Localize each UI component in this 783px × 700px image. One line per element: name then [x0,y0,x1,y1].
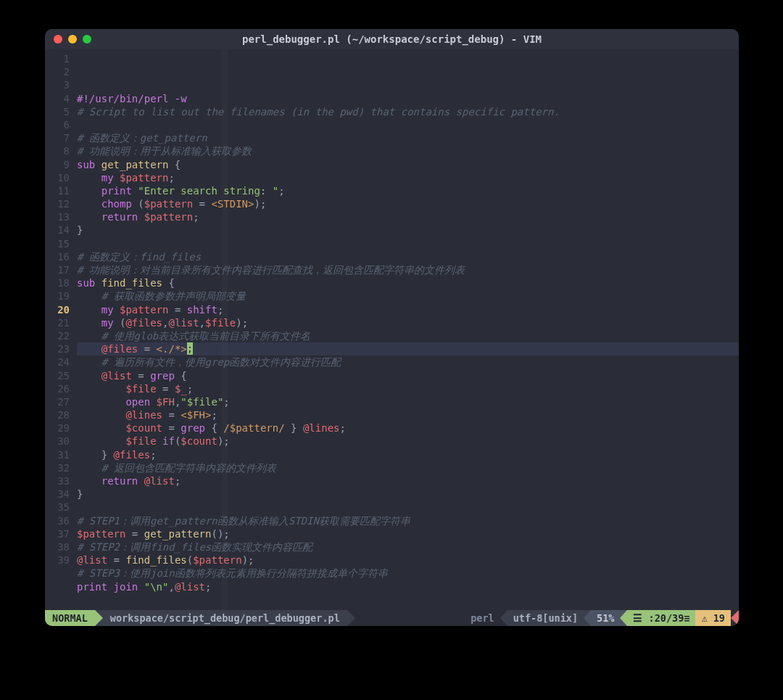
code-line[interactable]: $file if($count); [77,435,739,448]
code-line[interactable]: # 获取函数参数并声明局部变量 [77,289,739,302]
code-line[interactable]: $pattern = get_pattern(); [77,527,739,540]
line-number: 10 [45,171,70,184]
line-number: 12 [45,197,70,210]
separator-icon [584,610,591,626]
statusline: NORMAL workspace/script_debug/perl_debug… [45,610,739,626]
line-number: 4 [45,92,70,105]
code-line[interactable]: my $pattern; [77,171,739,184]
line-number: 37 [45,527,70,540]
code-line[interactable]: $count = grep { /$pattern/ } @lines; [77,421,739,435]
position-segment: ☰ :20/39≡ [627,610,695,626]
code-line[interactable]: } [77,487,739,501]
code-line[interactable]: # STEP2：调用find_files函数实现文件内容匹配 [77,540,739,553]
code-line[interactable]: } [77,223,739,236]
code-line[interactable] [77,237,739,250]
line-number: 35 [45,501,70,514]
encoding-segment: utf-8[unix] [508,610,584,626]
code-line[interactable]: # 函数定义：get_pattern [77,131,739,144]
percent-segment: 51% [591,610,620,626]
line-number-gutter: 1234567891011121314151617181920212223242… [45,49,74,610]
line-number: 8 [45,144,70,157]
window-title: perl_debugger.pl (~/workspace/script_deb… [45,33,739,45]
code-line[interactable] [77,501,739,514]
code-line[interactable]: return $pattern; [77,210,739,223]
code-line[interactable]: # STEP1：调用get_pattern函数从标准输入STDIN获取需要匹配字… [77,514,739,527]
line-number: 2 [45,65,70,78]
code-line[interactable]: @list = grep { [77,369,739,382]
line-number: 5 [45,105,70,118]
code-line[interactable]: @list = find_files($pattern); [77,553,739,567]
line-number: 9 [45,158,70,171]
code-line[interactable]: my (@files,@list,$file); [77,316,739,329]
window-controls [54,35,91,44]
code-line[interactable]: @files = <./*>; [77,342,739,355]
code-line[interactable]: print join "\n",@list; [77,580,739,593]
code-line[interactable]: chomp ($pattern = <STDIN>); [77,197,739,210]
line-number: 32 [45,461,70,474]
code-line[interactable]: sub get_pattern { [77,158,739,171]
line-number: 39 [45,553,70,567]
code-line[interactable]: sub find_files { [77,276,739,289]
minimize-button[interactable] [68,35,77,44]
line-number: 34 [45,487,70,501]
line-number: 16 [45,250,70,263]
separator-icon [347,610,355,626]
titlebar: perl_debugger.pl (~/workspace/script_deb… [45,29,739,49]
code-line[interactable]: #!/usr/bin/perl -w [77,92,739,105]
code-line[interactable]: # 返回包含匹配字符串内容的文件列表 [77,461,739,474]
line-number: 21 [45,316,70,329]
line-number: 28 [45,408,70,421]
separator-icon [95,610,103,626]
mode-segment: NORMAL [45,610,95,626]
code-line[interactable]: print "Enter search string: "; [77,184,739,197]
code-line[interactable]: # STEP3：使用join函数将列表元素用换行分隔符拼接成单个字符串 [77,567,739,580]
line-number: 29 [45,421,70,435]
code-line[interactable]: $file = $_; [77,382,739,395]
code-line[interactable]: # 函数定义：find_files [77,250,739,263]
line-number: 11 [45,184,70,197]
line-number: 25 [45,369,70,382]
cursor: ; [187,342,193,355]
code-area[interactable]: #!/usr/bin/perl -w# Script to list out t… [74,49,739,610]
line-number: 7 [45,131,70,144]
code-line[interactable] [77,593,739,606]
code-line[interactable]: my $pattern = shift; [77,303,739,316]
line-number: 31 [45,448,70,461]
diagnostic-segment: ⚠ 19 [695,610,731,626]
editor[interactable]: 1234567891011121314151617181920212223242… [45,49,739,610]
line-number: 19 [45,289,70,302]
line-number: 15 [45,237,70,250]
zoom-button[interactable] [83,35,91,44]
status-spacer [355,610,465,626]
line-number: 13 [45,210,70,223]
code-line[interactable]: # Script to list out the filenames (in t… [77,105,739,118]
line-number: 38 [45,540,70,553]
warning-icon [731,610,739,626]
line-number: 18 [45,276,70,289]
code-line[interactable]: return @list; [77,474,739,487]
line-number: 3 [45,78,70,91]
line-number: 36 [45,514,70,527]
code-line[interactable]: @lines = <$FH>; [77,408,739,421]
code-line[interactable]: # 功能说明：用于从标准输入获取参数 [77,144,739,157]
filetype-segment: perl [465,610,500,626]
line-number: 33 [45,474,70,487]
separator-icon [500,610,508,626]
line-number: 23 [45,342,70,355]
line-number: 27 [45,395,70,408]
line-number: 30 [45,435,70,448]
code-line[interactable] [77,118,739,131]
code-line[interactable]: # 使用glob表达式获取当前目录下所有文件名 [77,329,739,342]
code-line[interactable]: } @files; [77,448,739,461]
code-line[interactable]: open $FH,"$file"; [77,395,739,408]
code-line[interactable]: # 功能说明：对当前目录所有文件内容进行匹配查找，返回包含匹配字符串的文件列表 [77,263,739,276]
line-number: 1 [45,52,70,65]
separator-icon [620,610,627,626]
file-path-segment: workspace/script_debug/perl_debugger.pl [103,610,347,626]
close-button[interactable] [54,35,62,44]
line-number: 20 [45,303,70,316]
line-number: 26 [45,382,70,395]
line-number: 17 [45,263,70,276]
line-number: 6 [45,118,70,131]
code-line[interactable]: # 遍历所有文件，使用grep函数对文件内容进行匹配 [77,355,739,368]
